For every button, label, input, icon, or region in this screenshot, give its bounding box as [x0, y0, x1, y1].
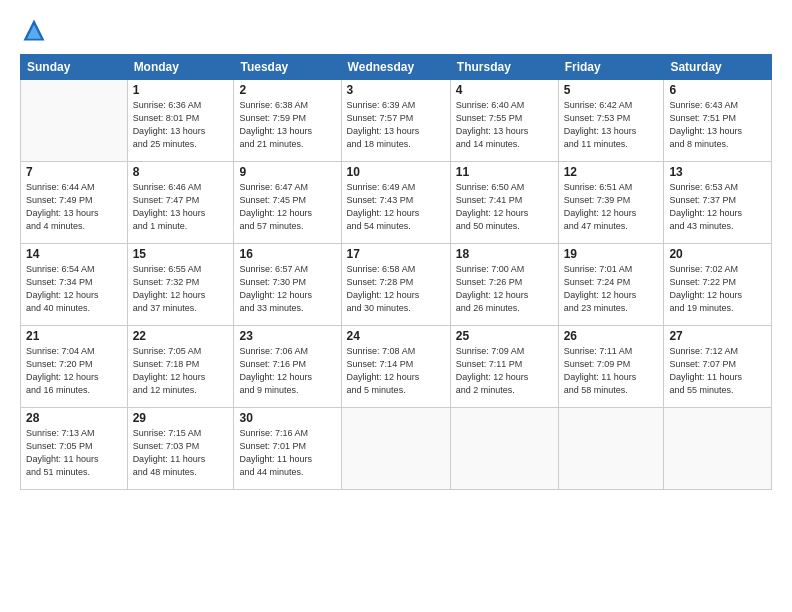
day-number: 20 — [669, 247, 766, 261]
day-number: 8 — [133, 165, 229, 179]
day-info: Sunrise: 7:15 AM Sunset: 7:03 PM Dayligh… — [133, 427, 229, 479]
day-number: 25 — [456, 329, 553, 343]
day-info: Sunrise: 6:46 AM Sunset: 7:47 PM Dayligh… — [133, 181, 229, 233]
week-row-3: 21Sunrise: 7:04 AM Sunset: 7:20 PM Dayli… — [21, 326, 772, 408]
day-cell: 8Sunrise: 6:46 AM Sunset: 7:47 PM Daylig… — [127, 162, 234, 244]
day-cell: 13Sunrise: 6:53 AM Sunset: 7:37 PM Dayli… — [664, 162, 772, 244]
day-info: Sunrise: 6:58 AM Sunset: 7:28 PM Dayligh… — [347, 263, 445, 315]
day-cell: 28Sunrise: 7:13 AM Sunset: 7:05 PM Dayli… — [21, 408, 128, 490]
day-info: Sunrise: 7:13 AM Sunset: 7:05 PM Dayligh… — [26, 427, 122, 479]
day-info: Sunrise: 7:08 AM Sunset: 7:14 PM Dayligh… — [347, 345, 445, 397]
day-cell: 7Sunrise: 6:44 AM Sunset: 7:49 PM Daylig… — [21, 162, 128, 244]
day-cell: 10Sunrise: 6:49 AM Sunset: 7:43 PM Dayli… — [341, 162, 450, 244]
day-cell: 18Sunrise: 7:00 AM Sunset: 7:26 PM Dayli… — [450, 244, 558, 326]
day-number: 9 — [239, 165, 335, 179]
day-cell: 20Sunrise: 7:02 AM Sunset: 7:22 PM Dayli… — [664, 244, 772, 326]
day-number: 12 — [564, 165, 659, 179]
day-info: Sunrise: 7:04 AM Sunset: 7:20 PM Dayligh… — [26, 345, 122, 397]
day-number: 4 — [456, 83, 553, 97]
day-number: 24 — [347, 329, 445, 343]
logo — [20, 16, 52, 44]
weekday-header-thursday: Thursday — [450, 55, 558, 80]
day-info: Sunrise: 6:38 AM Sunset: 7:59 PM Dayligh… — [239, 99, 335, 151]
day-number: 29 — [133, 411, 229, 425]
day-cell — [341, 408, 450, 490]
day-info: Sunrise: 7:12 AM Sunset: 7:07 PM Dayligh… — [669, 345, 766, 397]
day-cell: 30Sunrise: 7:16 AM Sunset: 7:01 PM Dayli… — [234, 408, 341, 490]
weekday-header-sunday: Sunday — [21, 55, 128, 80]
weekday-header-friday: Friday — [558, 55, 664, 80]
day-cell: 6Sunrise: 6:43 AM Sunset: 7:51 PM Daylig… — [664, 80, 772, 162]
day-number: 6 — [669, 83, 766, 97]
weekday-header-tuesday: Tuesday — [234, 55, 341, 80]
day-number: 17 — [347, 247, 445, 261]
day-number: 15 — [133, 247, 229, 261]
day-cell: 21Sunrise: 7:04 AM Sunset: 7:20 PM Dayli… — [21, 326, 128, 408]
day-info: Sunrise: 6:49 AM Sunset: 7:43 PM Dayligh… — [347, 181, 445, 233]
week-row-2: 14Sunrise: 6:54 AM Sunset: 7:34 PM Dayli… — [21, 244, 772, 326]
day-cell: 27Sunrise: 7:12 AM Sunset: 7:07 PM Dayli… — [664, 326, 772, 408]
day-info: Sunrise: 6:55 AM Sunset: 7:32 PM Dayligh… — [133, 263, 229, 315]
day-info: Sunrise: 7:11 AM Sunset: 7:09 PM Dayligh… — [564, 345, 659, 397]
day-info: Sunrise: 7:16 AM Sunset: 7:01 PM Dayligh… — [239, 427, 335, 479]
day-cell: 22Sunrise: 7:05 AM Sunset: 7:18 PM Dayli… — [127, 326, 234, 408]
week-row-4: 28Sunrise: 7:13 AM Sunset: 7:05 PM Dayli… — [21, 408, 772, 490]
week-row-0: 1Sunrise: 6:36 AM Sunset: 8:01 PM Daylig… — [21, 80, 772, 162]
day-info: Sunrise: 7:00 AM Sunset: 7:26 PM Dayligh… — [456, 263, 553, 315]
day-cell: 12Sunrise: 6:51 AM Sunset: 7:39 PM Dayli… — [558, 162, 664, 244]
weekday-header-wednesday: Wednesday — [341, 55, 450, 80]
day-cell: 24Sunrise: 7:08 AM Sunset: 7:14 PM Dayli… — [341, 326, 450, 408]
header — [20, 16, 772, 44]
day-cell: 16Sunrise: 6:57 AM Sunset: 7:30 PM Dayli… — [234, 244, 341, 326]
day-cell: 5Sunrise: 6:42 AM Sunset: 7:53 PM Daylig… — [558, 80, 664, 162]
day-number: 26 — [564, 329, 659, 343]
day-cell — [664, 408, 772, 490]
day-cell: 14Sunrise: 6:54 AM Sunset: 7:34 PM Dayli… — [21, 244, 128, 326]
day-cell: 25Sunrise: 7:09 AM Sunset: 7:11 PM Dayli… — [450, 326, 558, 408]
day-cell: 29Sunrise: 7:15 AM Sunset: 7:03 PM Dayli… — [127, 408, 234, 490]
weekday-header-saturday: Saturday — [664, 55, 772, 80]
page: SundayMondayTuesdayWednesdayThursdayFrid… — [0, 0, 792, 612]
day-number: 27 — [669, 329, 766, 343]
day-number: 11 — [456, 165, 553, 179]
day-cell: 17Sunrise: 6:58 AM Sunset: 7:28 PM Dayli… — [341, 244, 450, 326]
calendar-table: SundayMondayTuesdayWednesdayThursdayFrid… — [20, 54, 772, 490]
day-cell: 15Sunrise: 6:55 AM Sunset: 7:32 PM Dayli… — [127, 244, 234, 326]
day-info: Sunrise: 6:42 AM Sunset: 7:53 PM Dayligh… — [564, 99, 659, 151]
day-cell — [21, 80, 128, 162]
day-info: Sunrise: 7:02 AM Sunset: 7:22 PM Dayligh… — [669, 263, 766, 315]
day-cell: 9Sunrise: 6:47 AM Sunset: 7:45 PM Daylig… — [234, 162, 341, 244]
weekday-header-monday: Monday — [127, 55, 234, 80]
day-number: 3 — [347, 83, 445, 97]
day-number: 18 — [456, 247, 553, 261]
day-number: 2 — [239, 83, 335, 97]
day-number: 22 — [133, 329, 229, 343]
day-info: Sunrise: 7:09 AM Sunset: 7:11 PM Dayligh… — [456, 345, 553, 397]
day-info: Sunrise: 7:05 AM Sunset: 7:18 PM Dayligh… — [133, 345, 229, 397]
weekday-header-row: SundayMondayTuesdayWednesdayThursdayFrid… — [21, 55, 772, 80]
day-cell: 3Sunrise: 6:39 AM Sunset: 7:57 PM Daylig… — [341, 80, 450, 162]
day-info: Sunrise: 6:43 AM Sunset: 7:51 PM Dayligh… — [669, 99, 766, 151]
day-info: Sunrise: 6:47 AM Sunset: 7:45 PM Dayligh… — [239, 181, 335, 233]
day-number: 1 — [133, 83, 229, 97]
day-info: Sunrise: 6:54 AM Sunset: 7:34 PM Dayligh… — [26, 263, 122, 315]
day-cell: 19Sunrise: 7:01 AM Sunset: 7:24 PM Dayli… — [558, 244, 664, 326]
day-number: 28 — [26, 411, 122, 425]
day-number: 19 — [564, 247, 659, 261]
day-info: Sunrise: 6:50 AM Sunset: 7:41 PM Dayligh… — [456, 181, 553, 233]
day-info: Sunrise: 6:39 AM Sunset: 7:57 PM Dayligh… — [347, 99, 445, 151]
day-number: 14 — [26, 247, 122, 261]
week-row-1: 7Sunrise: 6:44 AM Sunset: 7:49 PM Daylig… — [21, 162, 772, 244]
day-cell — [558, 408, 664, 490]
day-info: Sunrise: 6:51 AM Sunset: 7:39 PM Dayligh… — [564, 181, 659, 233]
day-number: 5 — [564, 83, 659, 97]
day-cell: 1Sunrise: 6:36 AM Sunset: 8:01 PM Daylig… — [127, 80, 234, 162]
day-number: 16 — [239, 247, 335, 261]
day-info: Sunrise: 7:06 AM Sunset: 7:16 PM Dayligh… — [239, 345, 335, 397]
day-number: 21 — [26, 329, 122, 343]
day-info: Sunrise: 6:53 AM Sunset: 7:37 PM Dayligh… — [669, 181, 766, 233]
day-cell: 2Sunrise: 6:38 AM Sunset: 7:59 PM Daylig… — [234, 80, 341, 162]
day-number: 30 — [239, 411, 335, 425]
day-number: 23 — [239, 329, 335, 343]
day-cell: 11Sunrise: 6:50 AM Sunset: 7:41 PM Dayli… — [450, 162, 558, 244]
